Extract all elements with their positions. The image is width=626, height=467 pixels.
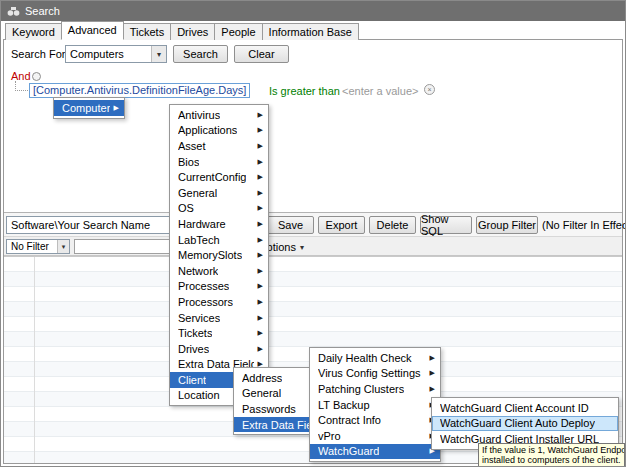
tooltip-line-1: If the value is 1, WatchGuard Endpoint S… (482, 445, 621, 455)
export-button[interactable]: Export (318, 216, 365, 234)
menu-item-label: General (242, 387, 281, 399)
menu-item-label: LT Backup (318, 399, 370, 411)
menu-item-processes[interactable]: Processes▶ (170, 279, 268, 295)
submenu-arrow-icon: ▶ (258, 251, 263, 259)
title-bar: Search (1, 1, 625, 21)
menu-item-label: WatchGuard Client Auto Deploy (440, 417, 595, 429)
menu-item-label: Contract Info (318, 414, 381, 426)
menu-item-hardware[interactable]: Hardware▶ (170, 216, 268, 232)
menu-item-vpro[interactable]: vPro▶ (310, 428, 440, 444)
tab-advanced[interactable]: Advanced (61, 21, 124, 40)
menu-item-label: Patching Clusters (318, 383, 404, 395)
menu-item-label: Services (178, 312, 220, 324)
tab-tickets[interactable]: Tickets (123, 23, 171, 40)
filter-text-input[interactable] (74, 239, 172, 254)
search-for-value: Computers (66, 48, 151, 60)
search-for-label: Search For: (11, 48, 68, 60)
filter-select[interactable]: No Filter ▾ (6, 239, 70, 254)
filter-bar: No Filter ▾ ↻ ▦ Options ▾ (4, 236, 622, 256)
menu-item-asset[interactable]: Asset▶ (170, 138, 268, 154)
watchguard-submenu: WatchGuard Client Account ID WatchGuard … (431, 397, 619, 450)
submenu-arrow-icon: ▶ (258, 204, 263, 212)
menu-item-os[interactable]: OS▶ (170, 201, 268, 217)
submenu-arrow-icon: ▶ (430, 385, 435, 393)
menu-item-watchguard-client-account-id[interactable]: WatchGuard Client Account ID (432, 400, 618, 416)
submenu-arrow-icon: ▶ (114, 104, 119, 112)
submenu-arrow-icon: ▶ (258, 236, 263, 244)
menu-item-memoryslots[interactable]: MemorySlots▶ (170, 247, 268, 263)
menu-item-label: Tickets (178, 327, 212, 339)
filter-status-text: (No Filter In Effect) (542, 219, 626, 231)
query-field[interactable]: [Computer.Antivirus.DefinitionFileAge.Da… (29, 83, 250, 98)
tooltip: If the value is 1, WatchGuard Endpoint S… (478, 443, 625, 467)
menu-item-patching-clusters[interactable]: Patching Clusters▶ (310, 381, 440, 397)
menu-item-label: General (178, 187, 217, 199)
menu-item-label: LabTech (178, 234, 220, 246)
chevron-down-icon[interactable]: ▾ (151, 46, 166, 62)
tab-keyword[interactable]: Keyword (5, 23, 62, 40)
menu-item-processors[interactable]: Processors▶ (170, 294, 268, 310)
menu-item-drives[interactable]: Drives▶ (170, 341, 268, 357)
menu-item-daily-health-check[interactable]: Daily Health Check▶ (310, 350, 440, 366)
field-category-menu: Computer ▶ (53, 97, 125, 119)
menu-item-virus-config-settings[interactable]: Virus Config Settings▶ (310, 366, 440, 382)
submenu-arrow-icon: ▶ (258, 158, 263, 166)
menu-item-label: Asset (178, 140, 206, 152)
menu-item-antivirus[interactable]: Antivirus▶ (170, 107, 268, 123)
chevron-down-icon[interactable]: ▾ (57, 240, 69, 253)
search-button[interactable]: Search (173, 45, 228, 63)
query-comparator[interactable]: Is greater than (269, 85, 340, 97)
tree-connector (15, 81, 28, 91)
delete-condition-icon[interactable]: × (424, 84, 435, 95)
window-title: Search (25, 5, 60, 17)
group-filter-button[interactable]: Group Filter (476, 216, 538, 234)
tab-people[interactable]: People (214, 23, 262, 40)
query-value-placeholder[interactable]: <enter a value> (342, 85, 418, 97)
tab-strip: Keyword Advanced Tickets Drives People I… (5, 21, 358, 40)
menu-item-watchguard[interactable]: WatchGuard▶ (310, 444, 440, 460)
tooltip-line-2: installed to computers of the client. (482, 455, 621, 465)
show-sql-button[interactable]: Show SQL (420, 216, 472, 234)
menu-item-label: CurrentConfig (178, 171, 246, 183)
save-button[interactable]: Save (267, 216, 314, 234)
menu-item-label: MemorySlots (178, 249, 242, 261)
submenu-arrow-icon: ▶ (258, 189, 263, 197)
menu-item-label: WatchGuard Client Account ID (440, 402, 589, 414)
tab-information-base[interactable]: Information Base (262, 23, 359, 40)
menu-item-bios[interactable]: Bios▶ (170, 154, 268, 170)
add-condition-icon[interactable] (32, 72, 41, 81)
menu-item-label: Address (242, 372, 282, 384)
menu-item-label: Applications (178, 124, 237, 136)
menu-item-general[interactable]: General▶ (170, 185, 268, 201)
clear-button[interactable]: Clear (234, 45, 289, 63)
search-for-select[interactable]: Computers ▾ (65, 45, 167, 63)
submenu-arrow-icon: ▶ (430, 354, 435, 362)
menu-item-lt-backup[interactable]: LT Backup▶ (310, 397, 440, 413)
search-window: Search Keyword Advanced Tickets Drives P… (0, 0, 626, 467)
submenu-arrow-icon: ▶ (258, 111, 263, 119)
menu-item-tickets[interactable]: Tickets▶ (170, 325, 268, 341)
save-bar: Software\Your Search Name ▾ Save Export … (4, 212, 622, 236)
menu-item-computer[interactable]: Computer ▶ (54, 100, 124, 116)
search-icon (7, 6, 20, 17)
menu-item-services[interactable]: Services▶ (170, 310, 268, 326)
menu-item-watchguard-client-auto-deploy[interactable]: WatchGuard Client Auto Deploy (432, 416, 618, 432)
submenu-arrow-icon: ▶ (430, 369, 435, 377)
menu-item-label: Client (178, 374, 206, 386)
submenu-arrow-icon: ▶ (258, 220, 263, 228)
menu-item-currentconfig[interactable]: CurrentConfig▶ (170, 169, 268, 185)
menu-item-label: Computer (62, 102, 110, 114)
menu-item-labtech[interactable]: LabTech▶ (170, 232, 268, 248)
chevron-down-icon[interactable]: ▾ (300, 243, 304, 252)
menu-item-label: Bios (178, 156, 199, 168)
menu-item-applications[interactable]: Applications▶ (170, 123, 268, 139)
submenu-arrow-icon: ▶ (258, 142, 263, 150)
delete-button[interactable]: Delete (369, 216, 416, 234)
menu-item-contract-info[interactable]: Contract Info▶ (310, 412, 440, 428)
computer-submenu: Antivirus▶ Applications▶ Asset▶ Bios▶ Cu… (169, 104, 269, 406)
menu-item-label: vPro (318, 430, 341, 442)
tab-drives[interactable]: Drives (170, 23, 215, 40)
menu-item-network[interactable]: Network▶ (170, 263, 268, 279)
submenu-arrow-icon: ▶ (258, 267, 263, 275)
menu-item-label: Antivirus (178, 109, 220, 121)
